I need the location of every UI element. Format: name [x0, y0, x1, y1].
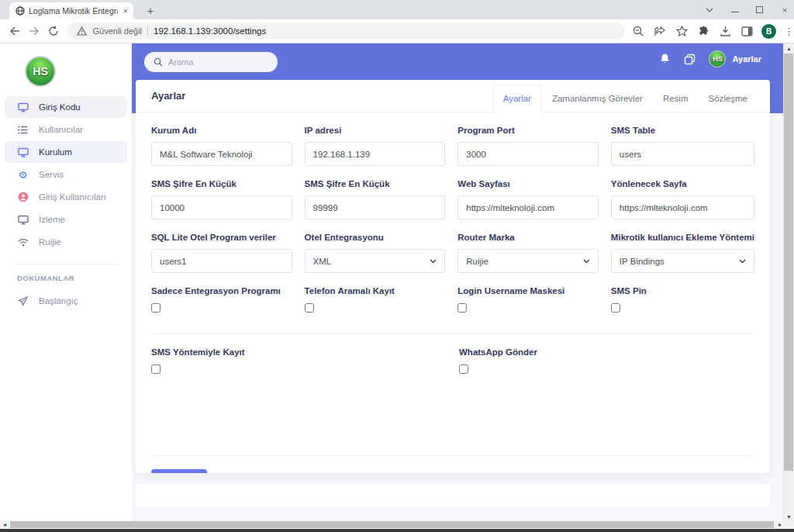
download-icon[interactable] — [718, 24, 732, 38]
ip-adresi-input[interactable] — [305, 142, 446, 166]
back-button[interactable] — [5, 26, 24, 36]
sidebar-item-label: İzleme — [39, 215, 65, 224]
browser-profile-avatar[interactable]: B — [761, 24, 776, 39]
bookmark-star-icon[interactable] — [675, 24, 689, 38]
address-bar[interactable]: Güvenli değil 192.168.1.139:3000/setting… — [67, 22, 625, 40]
save-button[interactable]: Kaydet — [151, 469, 207, 473]
field-label: Program Port — [457, 126, 599, 135]
otel-entegrasyonu-select[interactable]: XML — [305, 249, 446, 273]
sms-sifre-max-input[interactable] — [305, 195, 446, 219]
telefon-aramali-kayit-checkbox[interactable] — [305, 303, 314, 313]
router-marka-select[interactable]: Ruijie — [457, 249, 599, 273]
sidebar-item-baslangic[interactable]: Başlangıç — [5, 290, 127, 312]
browser-toolbar: Güvenli değil 192.168.1.139:3000/setting… — [0, 19, 794, 43]
field-label: Mikrotik kullanıcı Ekleme Yöntemi — [611, 233, 754, 242]
reload-button[interactable] — [43, 26, 63, 36]
sidebar-item-kullanicilar[interactable]: Kullanıcılar — [5, 119, 127, 140]
notifications-bell-icon[interactable] — [659, 53, 671, 65]
sidebar-item-giris-kodu[interactable]: Giriş Kodu — [5, 96, 127, 118]
horizontal-scroll-thumb[interactable] — [10, 521, 774, 528]
sms-table-input[interactable] — [611, 142, 754, 166]
extensions-puzzle-icon[interactable] — [696, 24, 710, 38]
window-chevron-icon[interactable] — [705, 5, 714, 15]
sms-pin-checkbox[interactable] — [611, 303, 620, 313]
scroll-up-icon[interactable]: ▲ — [784, 43, 794, 53]
web-sayfasi-input[interactable] — [457, 195, 599, 219]
app-logo[interactable]: HS — [25, 56, 56, 87]
tab-close-icon[interactable]: × — [122, 6, 129, 16]
close-window-button[interactable]: × — [780, 5, 789, 15]
side-panel-icon[interactable] — [740, 24, 754, 38]
url-text[interactable]: 192.168.1.139:3000/settings — [154, 26, 266, 36]
checkbox-label: SMS Yöntemiyle Kayıt — [151, 347, 293, 357]
checkbox-label: Login Username Maskesi — [457, 286, 599, 295]
scroll-left-icon[interactable]: ◄ — [0, 520, 9, 529]
field-label: Yönlenecek Sayfa — [611, 179, 754, 188]
chevron-down-icon — [739, 259, 746, 264]
browser-tab[interactable]: Loglama Mikrotik Entegrasyon Gi × — [9, 2, 133, 19]
security-label[interactable]: Güvenli değil — [92, 26, 142, 36]
sidebar-item-label: Giriş Kodu — [39, 102, 81, 112]
yonlenecek-sayfa-input[interactable] — [611, 195, 754, 219]
app-logo-text: HS — [25, 56, 56, 87]
horizontal-scrollbar[interactable]: ◄ ► — [0, 520, 794, 529]
page-title: Ayarlar — [151, 90, 185, 112]
checkbox-label: Sadece Entegrasyon Programı — [151, 286, 292, 295]
browser-tab-strip: Loglama Mikrotik Entegrasyon Gi × + × — [0, 0, 794, 19]
sqlite-otel-input[interactable] — [151, 249, 292, 273]
maximize-button[interactable] — [756, 6, 763, 13]
sidebar-item-izleme[interactable]: İzleme — [5, 209, 127, 230]
settings-tabs: Ayarlar Zamanlanmış Görevler Resim Sözle… — [492, 85, 758, 112]
sadece-entegrasyon-checkbox[interactable] — [151, 303, 161, 313]
share-icon[interactable] — [653, 24, 667, 38]
pages-copy-icon[interactable] — [684, 54, 696, 65]
sidebar-item-kurulum[interactable]: Kurulum — [5, 141, 127, 163]
search-box[interactable] — [144, 52, 278, 72]
browser-menu-icon[interactable]: ⋮ — [784, 26, 794, 37]
user-menu-label: Ayarlar — [732, 54, 761, 64]
monitor-icon — [17, 215, 29, 225]
mikrotik-ekleme-yontemi-select[interactable]: IP Bindings — [611, 249, 754, 273]
tab-title: Loglama Mikrotik Entegrasyon Gi — [29, 6, 118, 16]
tab-resim[interactable]: Resim — [653, 85, 699, 112]
forward-button[interactable] — [24, 26, 43, 36]
user-menu[interactable]: HS Ayarlar — [709, 50, 761, 67]
not-secure-warning-icon[interactable] — [77, 26, 87, 36]
whatsapp-gonder-checkbox[interactable] — [459, 364, 468, 374]
sidebar-item-label: Kurulum — [39, 147, 72, 157]
search-input[interactable] — [168, 57, 254, 67]
tab-sozlesme[interactable]: Sözleşme — [699, 85, 758, 112]
tab-ayarlar[interactable]: Ayarlar — [492, 85, 542, 112]
omnibox-divider — [147, 26, 148, 36]
scroll-right-icon[interactable]: ► — [775, 520, 785, 529]
site-favicon — [16, 6, 25, 16]
vertical-scroll-thumb[interactable] — [784, 54, 793, 471]
wifi-icon — [17, 238, 29, 247]
field-label: Kurum Adı — [151, 126, 292, 135]
sms-sifre-min-input[interactable] — [151, 195, 292, 219]
list-icon — [17, 126, 29, 134]
sidebar-item-giris-kullanicilari[interactable]: Giriş Kullanıcıları — [5, 186, 127, 208]
field-label: IP adresi — [305, 126, 446, 135]
search-icon — [154, 57, 163, 67]
sidebar-item-label: Ruijie — [39, 237, 61, 247]
monitor-icon — [17, 147, 29, 157]
section-divider — [151, 333, 754, 334]
new-tab-button[interactable]: + — [143, 3, 158, 19]
sidebar-item-ruijie[interactable]: Ruijie — [5, 231, 127, 253]
field-label: SMS Table — [611, 126, 754, 135]
minimize-button[interactable] — [731, 8, 739, 12]
chevron-down-icon — [583, 259, 590, 264]
rocket-icon — [17, 296, 29, 306]
tab-zamanlanmis-gorevler[interactable]: Zamanlanmış Görevler — [542, 85, 653, 112]
zoom-icon[interactable] — [631, 24, 645, 38]
sidebar-item-servis[interactable]: ⚙ Servis — [5, 164, 127, 185]
sms-yontemiyle-kayit-checkbox[interactable] — [151, 364, 161, 374]
select-value: IP Bindings — [620, 257, 665, 266]
program-port-input[interactable] — [457, 142, 599, 166]
sidebar-item-label: Servis — [39, 170, 64, 179]
monitor-icon — [17, 102, 29, 112]
kurum-adi-input[interactable] — [151, 142, 292, 166]
field-label: SQL Lite Otel Program veriler — [151, 233, 292, 242]
login-username-maskesi-checkbox[interactable] — [457, 303, 467, 313]
